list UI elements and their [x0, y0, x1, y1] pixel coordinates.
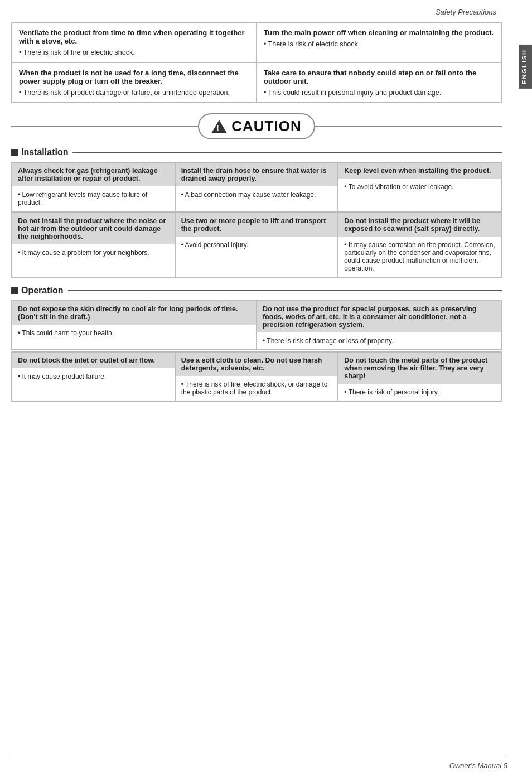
- install-r1-c1-body: • A bad connection may cause water leaka…: [176, 186, 338, 203]
- op3-c0: Do not block the inlet or outlet of air …: [12, 352, 175, 401]
- english-tab: ENGLISH: [519, 45, 532, 89]
- install-r2-c0-body: • It may cause a problem for your neighb…: [12, 244, 175, 261]
- op3-c2-body: • There is risk of personal injury.: [338, 384, 501, 401]
- top-grid-item-1: Turn the main power off when cleaning or…: [257, 22, 501, 62]
- footer-divider: [11, 758, 507, 758]
- install-r1-c2-body: • To avoid vibration or water leakage.: [338, 179, 501, 195]
- op-wide-c1: Do not use the product for special purpo…: [257, 301, 501, 350]
- operation-section-header: Operation: [11, 286, 502, 296]
- install-r1-c0-title: Always check for gas (refrigerant) leaka…: [12, 163, 175, 186]
- installation-row-2: Do not install the product where the noi…: [11, 212, 502, 278]
- op3-c1-body: • There is risk of fire, electric shock,…: [176, 376, 338, 401]
- op3-c2-title: Do not touch the metal parts of the prod…: [338, 353, 501, 384]
- install-r1-c1-title: Install the drain hose to ensure that wa…: [176, 163, 338, 186]
- footer-text: Owner's Manual 5: [11, 761, 507, 770]
- caution-line-left: [11, 126, 198, 127]
- install-r1-c1: Install the drain hose to ensure that wa…: [175, 162, 338, 211]
- op3-c1: Use a soft cloth to clean. Do not use ha…: [175, 352, 338, 401]
- op3-c2: Do not touch the metal parts of the prod…: [338, 352, 501, 401]
- top-grid-title-3: Take care to ensure that nobody could st…: [264, 69, 494, 85]
- installation-section-header: Installation: [11, 147, 502, 157]
- op-wide-c1-body: • There is risk of damage or loss of pro…: [257, 332, 501, 349]
- top-grid-item-2: When the product is not be used for a lo…: [12, 62, 257, 103]
- operation-square-icon: [11, 287, 18, 294]
- top-grid-body-2: • There is risk of product damage or fai…: [19, 89, 249, 97]
- install-r1-c2-title: Keep level even when installing the prod…: [338, 163, 501, 179]
- caution-label: CAUTION: [231, 118, 301, 135]
- install-r2-c0-title: Do not install the product where the noi…: [12, 213, 175, 244]
- footer-area: Owner's Manual 5: [11, 758, 507, 770]
- caution-line-right: [315, 126, 502, 127]
- caution-section: CAUTION: [11, 113, 502, 139]
- installation-header-line: [72, 152, 502, 153]
- install-r2-c2-body: • It may cause corrosion on the product.…: [338, 237, 501, 277]
- installation-label: Installation: [21, 147, 68, 157]
- top-grid-title-1: Turn the main power off when cleaning or…: [264, 28, 494, 37]
- top-grid-title-0: Ventilate the product from time to time …: [19, 28, 249, 45]
- top-safety-grid: Ventilate the product from time to time …: [11, 22, 502, 103]
- caution-triangle-icon: [211, 120, 227, 133]
- op3-c0-title: Do not block the inlet or outlet of air …: [12, 353, 175, 368]
- top-grid-item-0: Ventilate the product from time to time …: [12, 22, 257, 62]
- top-grid-body-1: • There is risk of electric shock.: [264, 40, 494, 48]
- op-wide-c0: Do not expose the skin directly to cool …: [12, 301, 257, 350]
- page-header: Safety Precautions: [11, 8, 502, 16]
- install-r1-c0-body: • Low refrigerant levels may cause failu…: [12, 186, 175, 211]
- install-r2-c1-title: Use two or more people to lift and trans…: [176, 213, 338, 237]
- install-r2-c1-body: • Avoid personal injury.: [176, 237, 338, 253]
- op-wide-c0-title: Do not expose the skin directly to cool …: [12, 301, 256, 325]
- op3-c1-title: Use a soft cloth to clean. Do not use ha…: [176, 353, 338, 376]
- top-grid-title-2: When the product is not be used for a lo…: [19, 69, 249, 85]
- install-r2-c1: Use two or more people to lift and trans…: [175, 213, 338, 277]
- op3-c0-body: • It may cause product failure.: [12, 368, 175, 385]
- install-r2-c0: Do not install the product where the noi…: [12, 213, 175, 277]
- operation-header-line: [68, 290, 502, 291]
- install-r2-c2: Do not install the product where it will…: [338, 213, 501, 277]
- op-wide-c1-title: Do not use the product for special purpo…: [257, 301, 501, 332]
- install-r1-c2: Keep level even when installing the prod…: [338, 162, 501, 211]
- page-wrapper: ENGLISH Safety Precautions Ventilate the…: [0, 0, 532, 781]
- operation-3col-row: Do not block the inlet or outlet of air …: [11, 351, 502, 402]
- operation-label: Operation: [21, 286, 64, 296]
- top-grid-item-3: Take care to ensure that nobody could st…: [257, 62, 501, 103]
- caution-badge: CAUTION: [198, 113, 315, 139]
- content-area: Safety Precautions Ventilate the product…: [0, 0, 519, 457]
- install-r1-c0: Always check for gas (refrigerant) leaka…: [12, 162, 175, 211]
- installation-row-1: Always check for gas (refrigerant) leaka…: [11, 162, 502, 212]
- top-grid-body-3: • This could result in personal injury a…: [264, 89, 494, 97]
- operation-wide-row: Do not expose the skin directly to cool …: [11, 300, 502, 350]
- op-wide-c0-body: • This could harm to your health.: [12, 325, 256, 341]
- top-grid-body-0: • There is risk of fire or electric shoc…: [19, 49, 249, 56]
- installation-square-icon: [11, 149, 18, 156]
- install-r2-c2-title: Do not install the product where it will…: [338, 213, 501, 237]
